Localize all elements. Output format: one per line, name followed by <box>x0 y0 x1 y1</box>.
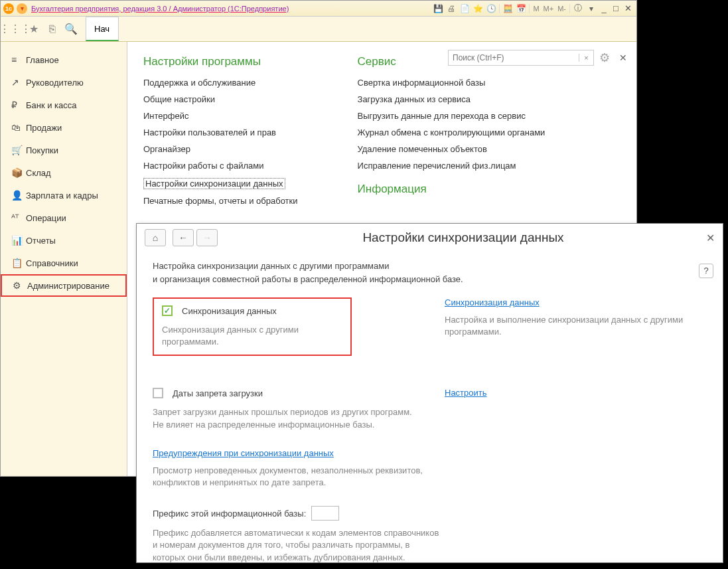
settings-link[interactable]: Печатные формы, отчеты и обработки <box>143 196 298 206</box>
dates-checkbox-label: Даты запрета загрузки <box>173 388 263 398</box>
help-button[interactable]: ? <box>699 264 713 278</box>
sidebar-label: Руководителю <box>26 78 84 88</box>
dates-sub: Не влияет на распределенные информационн… <box>153 419 445 431</box>
settings-link[interactable]: Настройки пользователей и прав <box>143 127 298 137</box>
sidebar-label: Отчеты <box>26 236 56 246</box>
dates-checkbox[interactable] <box>153 388 163 398</box>
settings-link[interactable]: Общие настройки <box>143 94 298 104</box>
dialog-desc: Настройка синхронизации данных с другими… <box>153 260 707 273</box>
separator <box>529 4 530 13</box>
prefix-label: Префикс этой информационной базы: <box>153 509 306 519</box>
sidebar-item-8[interactable]: 📊Отчеты <box>1 229 127 252</box>
print-icon[interactable]: 🖨 <box>445 3 457 15</box>
service-link[interactable]: Исправление перечислений физ.лицам <box>358 161 546 171</box>
service-link[interactable]: Загрузка данных из сервиса <box>358 94 546 104</box>
configure-link[interactable]: Настроить <box>445 388 487 398</box>
search-icon[interactable]: 🔍 <box>62 20 80 39</box>
sidebar-label: Операции <box>26 213 66 223</box>
sidebar-icon: 📦 <box>11 167 26 178</box>
settings-link[interactable]: Поддержка и обслуживание <box>143 78 298 88</box>
search-input[interactable] <box>449 53 579 62</box>
m-plus-button[interactable]: M+ <box>542 5 556 13</box>
service-link[interactable]: Свертка информационной базы <box>358 78 546 88</box>
dropdown-icon[interactable]: ▾ <box>17 3 27 14</box>
sidebar-label: Главное <box>26 55 59 65</box>
apps-icon[interactable]: ⋮⋮⋮ <box>6 20 25 39</box>
sidebar-label: Справочники <box>26 258 78 268</box>
info-heading: Информация <box>358 183 546 196</box>
settings-link[interactable]: Интерфейс <box>143 111 298 121</box>
minimize-button[interactable]: _ <box>598 3 610 15</box>
forward-button[interactable]: → <box>196 229 218 246</box>
history-icon[interactable]: 🕓 <box>485 3 497 15</box>
m-button[interactable]: M <box>531 5 541 13</box>
sidebar-icon: ↗ <box>11 77 26 88</box>
m-minus-button[interactable]: M- <box>555 5 568 13</box>
sidebar-item-6[interactable]: 👤Зарплата и кадры <box>1 184 127 206</box>
sync-link-sub: Настройка и выполнение синхронизации дан… <box>445 314 707 338</box>
sidebar-item-0[interactable]: ≡Главное <box>1 48 127 71</box>
prefix-sub: и номерам документов для того, чтобы раз… <box>153 539 707 551</box>
document-icon[interactable]: 📄 <box>459 3 471 15</box>
sidebar-icon: ᴬᵀ <box>11 212 26 223</box>
sidebar-item-10[interactable]: ⚙Администрирование <box>1 274 127 297</box>
sidebar: ≡Главное↗Руководителю₽Банк и касса🛍Прода… <box>1 42 127 476</box>
star-icon[interactable]: ⭐ <box>472 3 484 15</box>
settings-link[interactable]: Настройки работы с файлами <box>143 161 298 171</box>
sidebar-item-2[interactable]: ₽Банк и касса <box>1 94 127 116</box>
dialog-close-button[interactable]: ✕ <box>706 232 715 244</box>
panel-close-icon[interactable]: ✕ <box>619 52 627 63</box>
gear-icon[interactable]: ⚙ <box>599 50 610 65</box>
sidebar-item-3[interactable]: 🛍Продажи <box>1 116 127 139</box>
info-icon[interactable]: ⓘ <box>572 3 584 15</box>
tab-start[interactable]: Нач <box>86 17 119 41</box>
separator <box>499 4 500 13</box>
sync-highlight-box: ✓ Синхронизация данных Синхронизация дан… <box>153 297 352 356</box>
prefix-sub: которых они были введены, и избежать дуб… <box>153 552 707 564</box>
titlebar: 1c ▾ Бухгалтерия предприятия, редакция 3… <box>1 1 636 17</box>
settings-heading: Настройки программы <box>143 55 298 68</box>
sidebar-item-9[interactable]: 📋Справочники <box>1 252 127 274</box>
sidebar-item-7[interactable]: ᴬᵀОперации <box>1 206 127 229</box>
save-icon[interactable]: 💾 <box>432 3 444 15</box>
sidebar-icon: 👤 <box>11 190 26 201</box>
dates-sub: Запрет загрузки данных прошлых периодов … <box>153 406 445 418</box>
sidebar-label: Зарплата и кадры <box>26 191 98 201</box>
sidebar-item-4[interactable]: 🛒Покупки <box>1 139 127 161</box>
maximize-button[interactable]: □ <box>610 3 622 15</box>
sidebar-label: Покупки <box>26 145 58 155</box>
tab-label: Нач <box>94 24 109 34</box>
prefix-input[interactable] <box>311 506 339 521</box>
sync-settings-dialog: ⌂ ← → Настройки синхронизации данных ✕ ?… <box>136 223 723 563</box>
sidebar-icon: ≡ <box>11 54 26 65</box>
warn-sub: Просмотр непроведенных документов, незап… <box>153 465 707 477</box>
calendar-icon[interactable]: 📅 <box>515 3 527 15</box>
close-button[interactable]: ✕ <box>622 3 634 15</box>
back-button[interactable]: ← <box>173 229 194 246</box>
sidebar-item-5[interactable]: 📦Склад <box>1 161 127 184</box>
calc-icon[interactable]: 🧮 <box>502 3 514 15</box>
sync-checkbox[interactable]: ✓ <box>162 305 173 316</box>
dropdown-icon[interactable]: ▾ <box>585 3 597 15</box>
service-link[interactable]: Выгрузить данные для перехода в сервис <box>358 111 546 121</box>
service-link[interactable]: Журнал обмена с контролирующими органами <box>358 127 546 137</box>
home-button[interactable]: ⌂ <box>145 229 166 246</box>
settings-link[interactable]: Настройки синхронизации данных <box>143 178 285 189</box>
sync-link[interactable]: Синхронизация данных <box>445 297 707 307</box>
clear-search-icon[interactable]: × <box>579 54 593 62</box>
dialog-title: Настройки синхронизации данных <box>220 230 706 245</box>
settings-link[interactable]: Органайзер <box>143 144 298 154</box>
sidebar-item-1[interactable]: ↗Руководителю <box>1 71 127 94</box>
app-logo-icon: 1c <box>3 3 14 14</box>
warnings-link[interactable]: Предупреждения при синхронизации данных <box>153 448 707 458</box>
sync-sub: Синхронизация данных с другими программа… <box>162 324 342 348</box>
favorite-icon[interactable]: ★ <box>25 20 43 39</box>
service-link[interactable]: Удаление помеченных объектов <box>358 144 546 154</box>
sidebar-icon: 🛍 <box>11 122 26 133</box>
clipboard-icon[interactable]: ⎘ <box>43 20 62 39</box>
sidebar-icon: 📊 <box>11 235 26 246</box>
sync-checkbox-label: Синхронизация данных <box>182 306 277 316</box>
sidebar-icon: ⚙ <box>13 280 27 291</box>
sidebar-icon: ₽ <box>11 100 26 110</box>
sidebar-label: Банк и касса <box>26 100 77 110</box>
